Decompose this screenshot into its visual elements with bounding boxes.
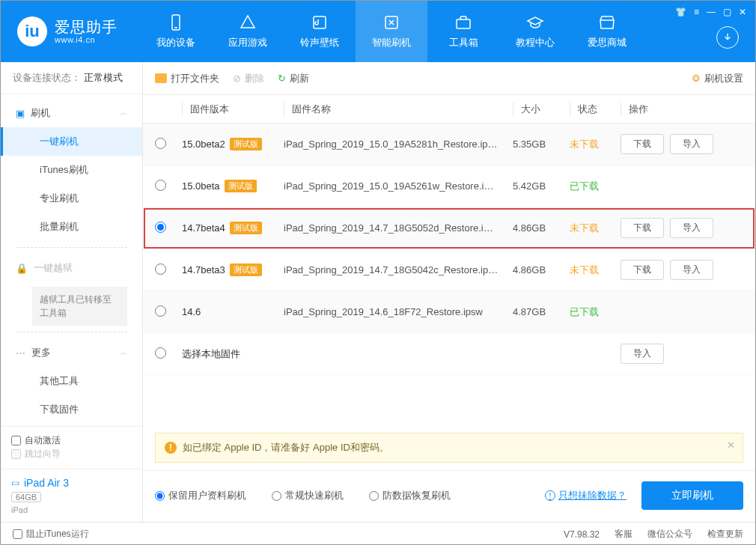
phone-icon (167, 13, 185, 31)
skip-guide-checkbox[interactable]: 跳过向导 (11, 448, 61, 460)
select-radio[interactable] (155, 222, 166, 233)
firmware-status: 已下载 (570, 180, 621, 193)
wechat-link[interactable]: 微信公众号 (647, 528, 692, 541)
logo[interactable]: iu 爱思助手 www.i4.cn (17, 16, 118, 46)
beta-tag: 测试版 (225, 180, 257, 192)
firmware-name: iPad_Spring_2019_14.7_18G5052d_Restore.i… (284, 222, 513, 234)
nav-tutorial[interactable]: 教程中心 (499, 1, 571, 62)
flash-now-button[interactable]: 立即刷机 (641, 481, 743, 510)
open-folder-button[interactable]: 打开文件夹 (155, 72, 219, 85)
firmware-size: 4.86GB (513, 264, 570, 275)
chevron-up-icon: ︿ (120, 347, 127, 358)
download-button[interactable]: 下载 (621, 134, 664, 154)
refresh-icon: ↻ (278, 73, 286, 84)
nav-store[interactable]: 爱思商城 (571, 1, 643, 62)
store-icon (598, 13, 616, 31)
maximize-icon[interactable]: ▢ (723, 7, 731, 17)
firmware-status: 未下载 (570, 222, 621, 235)
firmware-size: 5.42GB (513, 180, 570, 192)
menu-batch-flash[interactable]: 批量刷机 (1, 213, 142, 241)
nav-apps[interactable]: 应用游戏 (212, 1, 284, 62)
table-row[interactable]: 14.7beta3测试版 iPad_Spring_2019_14.7_18G50… (143, 249, 755, 291)
version-text: 14.6 (182, 306, 201, 317)
import-button[interactable]: 导入 (670, 218, 713, 238)
version-text: V7.98.32 (564, 529, 600, 540)
menu-other-tools[interactable]: 其他工具 (1, 367, 142, 395)
section-more[interactable]: ⋯更多︿ (1, 338, 142, 367)
row-actions: 导入 (621, 344, 743, 364)
menu-download-fw[interactable]: 下载固件 (1, 395, 142, 424)
select-radio[interactable] (155, 305, 166, 317)
sync-icon (382, 13, 400, 31)
opt-keep-data[interactable]: 保留用户资料刷机 (155, 489, 246, 502)
firmware-table: 15.0beta2测试版 iPad_Spring_2019_15.0_19A52… (143, 124, 755, 433)
service-link[interactable]: 客服 (615, 528, 632, 541)
erase-only-link[interactable]: !只想抹除数据？ (545, 489, 627, 502)
beta-tag: 测试版 (230, 222, 262, 234)
info-icon: ! (545, 490, 555, 501)
folder-icon (155, 73, 167, 83)
firmware-size: 5.35GB (513, 138, 570, 150)
update-button[interactable] (716, 26, 739, 49)
section-flash[interactable]: ▣刷机︿ (1, 99, 142, 127)
version-text: 14.7beta3 (182, 264, 225, 275)
opt-normal[interactable]: 常规快速刷机 (272, 489, 344, 502)
download-button[interactable]: 下载 (621, 218, 664, 238)
nav-ringtone[interactable]: 铃声壁纸 (284, 1, 356, 62)
dots-icon: ⋯ (16, 347, 25, 359)
table-row[interactable]: 15.0beta2测试版 iPad_Spring_2019_15.0_19A52… (143, 124, 755, 165)
table-row[interactable]: 选择本地固件 导入 (143, 333, 755, 375)
tshirt-icon[interactable]: 👕 (675, 7, 686, 17)
select-radio[interactable] (155, 180, 166, 191)
toolbox-icon (454, 13, 472, 31)
device-info[interactable]: ▭iPad Air 3 64GB iPad (1, 469, 142, 522)
menu-icon[interactable]: ≡ (694, 7, 699, 17)
table-row[interactable]: 14.6 iPad_Spring_2019_14.6_18F72_Restore… (143, 291, 755, 333)
close-notice-button[interactable]: ✕ (727, 439, 735, 451)
select-radio[interactable] (155, 138, 166, 149)
row-actions: 下载导入 (621, 134, 743, 154)
refresh-button[interactable]: ↻刷新 (278, 72, 309, 85)
auto-activate-checkbox[interactable]: 自动激活 (11, 434, 61, 447)
version-text: 15.0beta2 (182, 138, 225, 150)
download-button[interactable]: 下载 (621, 260, 664, 280)
storage-badge: 64GB (11, 492, 41, 502)
menu-pro-flash[interactable]: 专业刷机 (1, 184, 142, 213)
table-row[interactable]: 14.7beta4测试版 iPad_Spring_2019_14.7_18G50… (143, 207, 755, 249)
beta-tag: 测试版 (230, 264, 262, 276)
col-version: 固件版本 (182, 103, 284, 116)
notice-bar: ! 如已绑定 Apple ID，请准备好 Apple ID和密码。 ✕ (155, 433, 743, 463)
download-icon (722, 31, 734, 43)
delete-button[interactable]: ⊘删除 (233, 72, 264, 85)
flash-settings-button[interactable]: ⚙刷机设置 (692, 72, 743, 85)
toolbar: 打开文件夹 ⊘删除 ↻刷新 ⚙刷机设置 (143, 62, 755, 95)
nav-flash[interactable]: 智能刷机 (356, 1, 427, 62)
check-update-link[interactable]: 检查更新 (707, 528, 743, 541)
version-text: 选择本地固件 (182, 347, 240, 361)
firmware-name: iPad_Spring_2019_14.6_18F72_Restore.ipsw (284, 306, 513, 317)
opt-anti-recover[interactable]: 防数据恢复刷机 (369, 489, 451, 502)
import-button[interactable]: 导入 (670, 260, 713, 280)
row-actions: 下载导入 (621, 260, 743, 280)
nav-my-device[interactable]: 我的设备 (140, 1, 212, 62)
minimize-icon[interactable]: — (707, 7, 716, 17)
select-radio[interactable] (155, 264, 166, 275)
firmware-status: 未下载 (570, 138, 621, 151)
close-icon[interactable]: ✕ (739, 7, 746, 17)
table-row[interactable]: 15.0beta测试版 iPad_Spring_2019_15.0_19A526… (143, 165, 755, 207)
firmware-status: 未下载 (570, 264, 621, 277)
import-button[interactable]: 导入 (670, 134, 713, 154)
nav-toolbox[interactable]: 工具箱 (427, 1, 499, 62)
svg-rect-4 (457, 19, 470, 28)
menu-oneclick-flash[interactable]: 一键刷机 (1, 127, 142, 156)
device-model: iPad (11, 505, 132, 514)
import-button[interactable]: 导入 (621, 344, 664, 364)
menu-itunes-flash[interactable]: iTunes刷机 (1, 156, 142, 184)
block-itunes-checkbox[interactable]: 阻止iTunes运行 (13, 528, 89, 541)
flash-options: 保留用户资料刷机 常规快速刷机 防数据恢复刷机 !只想抹除数据？ 立即刷机 (143, 470, 755, 522)
top-nav: 我的设备 应用游戏 铃声壁纸 智能刷机 工具箱 教程中心 爱思商城 (140, 1, 643, 62)
music-icon (311, 13, 329, 31)
lock-icon: 🔒 (16, 263, 28, 274)
select-radio[interactable] (155, 347, 166, 359)
footer: 阻止iTunes运行 V7.98.32 客服 微信公众号 检查更新 (1, 522, 755, 545)
